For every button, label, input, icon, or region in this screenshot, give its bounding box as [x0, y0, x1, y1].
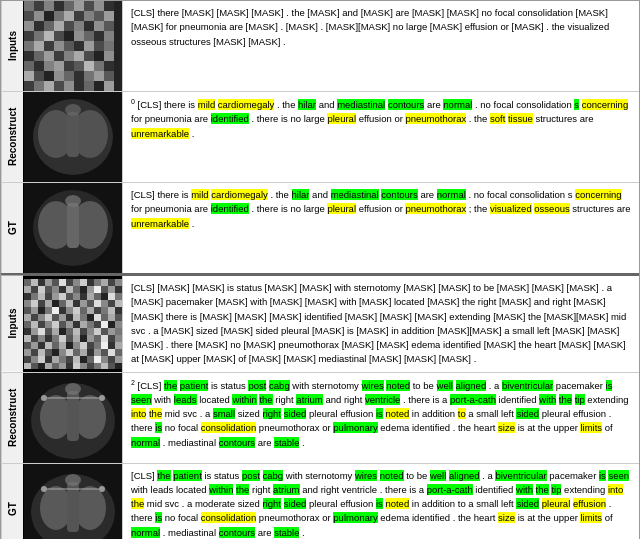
svg-rect-276	[115, 363, 122, 369]
svg-rect-42	[74, 41, 84, 51]
svg-rect-258	[87, 356, 94, 363]
svg-rect-153	[38, 307, 45, 314]
svg-rect-110	[31, 286, 38, 293]
svg-rect-171	[66, 314, 73, 321]
svg-rect-29	[34, 31, 44, 41]
svg-rect-208	[31, 335, 38, 342]
svg-point-294	[99, 486, 105, 492]
svg-rect-270	[73, 363, 80, 369]
svg-rect-78	[74, 81, 84, 91]
main-container: Inputs	[0, 0, 640, 539]
svg-rect-31	[54, 31, 64, 41]
svg-rect-102	[73, 279, 80, 286]
svg-rect-260	[101, 356, 108, 363]
svg-rect-185	[66, 321, 73, 328]
svg-rect-246	[101, 349, 108, 356]
svg-rect-24	[74, 21, 84, 31]
svg-rect-148	[101, 300, 108, 307]
svg-rect-115	[66, 286, 73, 293]
svg-rect-14	[64, 11, 74, 21]
svg-rect-100	[59, 279, 66, 286]
svg-rect-134	[101, 293, 108, 300]
svg-rect-60	[74, 61, 84, 71]
svg-rect-235	[24, 349, 31, 356]
svg-rect-103	[80, 279, 87, 286]
svg-rect-145	[80, 300, 87, 307]
svg-rect-141	[52, 300, 59, 307]
svg-rect-133	[94, 293, 101, 300]
svg-rect-3	[44, 1, 54, 11]
svg-rect-176	[101, 314, 108, 321]
svg-rect-240	[59, 349, 66, 356]
svg-rect-218	[101, 335, 108, 342]
image-reconstruct-1	[23, 92, 123, 182]
svg-rect-113	[52, 286, 59, 293]
svg-rect-107	[108, 279, 115, 286]
svg-rect-215	[80, 335, 87, 342]
svg-rect-202	[87, 328, 94, 335]
svg-rect-190	[101, 321, 108, 328]
svg-point-291	[65, 474, 81, 486]
svg-rect-65	[34, 71, 44, 81]
svg-rect-71	[94, 71, 104, 81]
svg-rect-104	[87, 279, 94, 286]
svg-rect-267	[52, 363, 59, 369]
svg-rect-252	[45, 356, 52, 363]
svg-rect-166	[31, 314, 38, 321]
svg-rect-248	[115, 349, 122, 356]
image-inputs-2	[23, 276, 123, 372]
svg-rect-57	[44, 61, 54, 71]
svg-rect-72	[104, 71, 114, 81]
text-reconstruct-1: 0 [CLS] there is mild cardiomegaly . the…	[123, 92, 639, 182]
svg-point-282	[65, 383, 81, 395]
svg-rect-108	[115, 279, 122, 286]
svg-rect-251	[38, 356, 45, 363]
svg-rect-189	[94, 321, 101, 328]
svg-rect-58	[54, 61, 64, 71]
svg-rect-86	[67, 112, 79, 157]
svg-rect-143	[66, 300, 73, 307]
svg-rect-11	[34, 11, 44, 21]
svg-rect-80	[94, 81, 104, 91]
svg-rect-196	[45, 328, 52, 335]
svg-rect-44	[94, 41, 104, 51]
svg-rect-28	[24, 31, 34, 41]
svg-rect-239	[52, 349, 59, 356]
svg-rect-178	[115, 314, 122, 321]
svg-rect-194	[31, 328, 38, 335]
svg-rect-244	[87, 349, 94, 356]
svg-rect-79	[84, 81, 94, 91]
svg-rect-222	[31, 342, 38, 349]
svg-rect-165	[24, 314, 31, 321]
svg-rect-8	[94, 1, 104, 11]
svg-rect-66	[44, 71, 54, 81]
svg-rect-75	[44, 81, 54, 91]
svg-rect-33	[74, 31, 84, 41]
svg-rect-229	[80, 342, 87, 349]
svg-rect-257	[80, 356, 87, 363]
svg-rect-157	[66, 307, 73, 314]
svg-rect-254	[59, 356, 66, 363]
svg-rect-41	[64, 41, 74, 51]
svg-rect-109	[24, 286, 31, 293]
svg-rect-156	[59, 307, 66, 314]
svg-rect-187	[80, 321, 87, 328]
svg-rect-125	[38, 293, 45, 300]
svg-rect-106	[101, 279, 108, 286]
svg-rect-253	[52, 356, 59, 363]
svg-rect-95	[24, 279, 31, 286]
svg-rect-191	[108, 321, 115, 328]
svg-rect-200	[73, 328, 80, 335]
svg-rect-213	[66, 335, 73, 342]
svg-rect-163	[108, 307, 115, 314]
svg-rect-232	[101, 342, 108, 349]
svg-rect-228	[73, 342, 80, 349]
svg-rect-67	[54, 71, 64, 81]
svg-rect-227	[66, 342, 73, 349]
svg-rect-10	[24, 11, 34, 21]
svg-rect-27	[104, 21, 114, 31]
svg-rect-167	[38, 314, 45, 321]
svg-rect-51	[74, 51, 84, 61]
svg-rect-203	[94, 328, 101, 335]
svg-rect-210	[45, 335, 52, 342]
